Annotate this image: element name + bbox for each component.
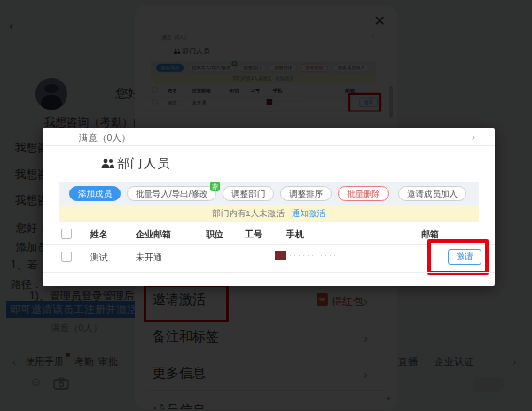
inactive-notice-text: 部门内有1人未激活 <box>212 208 284 220</box>
row-checkbox[interactable] <box>61 252 72 262</box>
phone-masked-digits: ··········· <box>289 251 338 260</box>
notify-activate-link[interactable]: 通知激活 <box>292 208 325 220</box>
col-header-position: 职位 <box>206 229 223 241</box>
satisfaction-label: 满意（0人） <box>79 132 130 144</box>
inactive-notice-bar: 部门内有1人未激活 通知激活 <box>59 205 479 222</box>
highlight-rect-invite-button <box>427 239 489 275</box>
col-header-empno: 工号 <box>245 229 262 241</box>
phone-redaction-block <box>275 251 286 260</box>
chevron-right-icon: › <box>472 130 475 143</box>
col-header-phone: 手机 <box>286 229 304 241</box>
add-member-button[interactable]: 添加成员 <box>69 186 121 201</box>
recommended-badge: 荐 <box>210 182 220 191</box>
batch-import-label: 批量导入/导出/修改 <box>136 189 207 198</box>
cell-email: 未开通 <box>136 252 162 264</box>
cell-name: 测试 <box>90 252 108 264</box>
satisfaction-row[interactable]: 满意（0人） › <box>43 128 495 146</box>
member-panel: 满意（0人） › 部门人员 添加成员 批量导入/导出/修改 荐 调整部门 调整排… <box>43 128 495 286</box>
select-all-checkbox[interactable] <box>61 229 72 239</box>
col-header-email: 企业邮箱 <box>136 229 171 241</box>
invite-members-button[interactable]: 邀请成员加入 <box>398 186 466 201</box>
people-icon <box>101 159 114 169</box>
panel-title: 部门人员 <box>117 156 170 172</box>
col-header-name: 姓名 <box>90 229 108 241</box>
toolbar: 添加成员 批量导入/导出/修改 荐 调整部门 调整排序 批量删除 邀请成员加入 <box>59 182 479 205</box>
adjust-order-button[interactable]: 调整排序 <box>280 186 332 201</box>
adjust-department-button[interactable]: 调整部门 <box>223 186 274 201</box>
batch-delete-button[interactable]: 批量删除 <box>338 186 389 201</box>
divider <box>43 272 495 273</box>
batch-import-button[interactable]: 批量导入/导出/修改 荐 <box>127 186 216 201</box>
